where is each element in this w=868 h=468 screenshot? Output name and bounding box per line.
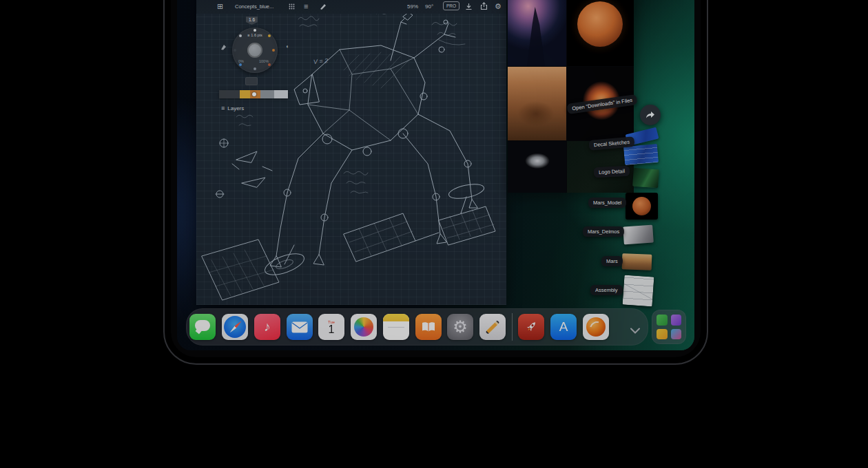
drag-thumb-mars-model[interactable] bbox=[626, 193, 658, 220]
app-library-tile[interactable] bbox=[652, 310, 686, 344]
app-store-a-glyph: A bbox=[559, 319, 568, 334]
drag-thumb-mars[interactable] bbox=[622, 253, 652, 270]
drag-thumb-logo-detail[interactable] bbox=[632, 168, 659, 189]
app-library-mini-yellow bbox=[657, 329, 668, 340]
dock-collapse-chevron-icon[interactable] bbox=[630, 324, 641, 330]
notes-band-glyph bbox=[383, 314, 409, 321]
drag-label-mars-model[interactable]: Mars_Model bbox=[588, 198, 626, 208]
drag-label-mars[interactable]: Mars bbox=[601, 256, 623, 266]
mail-app-icon[interactable] bbox=[287, 314, 313, 340]
orange-globe-app-icon[interactable] bbox=[583, 314, 609, 340]
notes-line-glyph bbox=[388, 327, 404, 328]
stage: V = 2 ⊞ Concepts_blue... ≡ bbox=[0, 0, 868, 468]
app-store-app-icon[interactable]: A bbox=[550, 314, 577, 340]
dock: ♪ Tue 1 bbox=[186, 308, 648, 345]
safari-app-icon[interactable] bbox=[222, 314, 248, 340]
flower-glyph bbox=[354, 317, 373, 337]
envelope-glyph bbox=[291, 321, 308, 333]
messages-app-icon[interactable] bbox=[189, 314, 216, 340]
orange-globe-glyph bbox=[586, 317, 606, 337]
pencil-glyph bbox=[486, 320, 500, 334]
calendar-app-icon[interactable]: Tue 1 bbox=[318, 314, 344, 340]
drag-label-logo-detail[interactable]: Logo Detail bbox=[594, 166, 630, 178]
app-library-mini-purple bbox=[671, 315, 682, 326]
photos-app-icon[interactable] bbox=[351, 314, 377, 340]
drag-label-assembly[interactable]: Assembly bbox=[590, 285, 623, 295]
open-book-glyph bbox=[421, 321, 436, 332]
drop-hint-pill[interactable]: Open “Downloads” in Files bbox=[566, 94, 637, 114]
app-library-mini-blue bbox=[671, 329, 682, 340]
rocket-app-icon[interactable] bbox=[518, 314, 544, 340]
books-app-icon[interactable] bbox=[415, 314, 442, 340]
ipad-screen: V = 2 ⊞ Concepts_blue... ≡ bbox=[177, 0, 694, 350]
gear-glyph: ⚙ bbox=[453, 317, 468, 337]
app-library-mini-green bbox=[657, 315, 668, 326]
dock-divider bbox=[512, 313, 513, 341]
ipad-device: V = 2 ⊞ Concepts_blue... ≡ bbox=[163, 0, 708, 365]
messages-bubble-glyph bbox=[195, 320, 210, 331]
drag-layer: Open “Downloads” in Files Decal Sketches… bbox=[177, 0, 694, 350]
notes-app-icon[interactable] bbox=[383, 314, 409, 340]
settings-app-icon[interactable]: ⚙ bbox=[447, 314, 473, 340]
drag-forward-badge bbox=[640, 105, 661, 125]
forward-arrow-icon bbox=[645, 111, 655, 119]
drag-thumb-mars-deimos[interactable] bbox=[623, 225, 654, 245]
drag-thumb-assembly[interactable] bbox=[623, 275, 654, 307]
music-note-glyph: ♪ bbox=[264, 319, 271, 334]
calendar-day: 1 bbox=[329, 324, 335, 336]
rocket-glyph bbox=[524, 319, 539, 334]
drag-label-mars-deimos[interactable]: Mars_Deimos bbox=[583, 226, 624, 237]
music-app-icon[interactable]: ♪ bbox=[254, 314, 280, 340]
sketch-pencil-app-icon[interactable] bbox=[479, 314, 506, 340]
